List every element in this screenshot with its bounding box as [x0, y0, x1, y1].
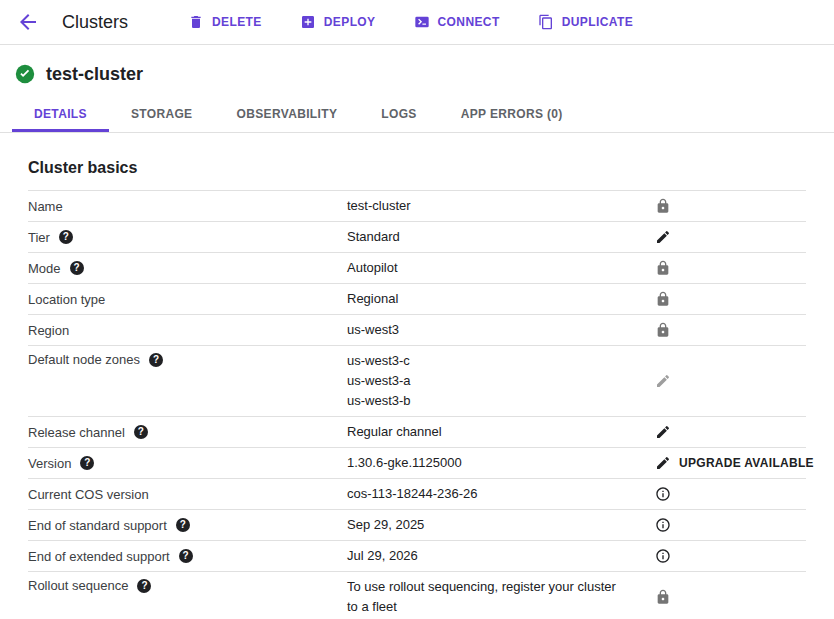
value-line: us-west3-b — [347, 391, 623, 411]
row-actions — [631, 229, 806, 245]
edit-pencil-icon[interactable] — [655, 373, 671, 389]
table-row: End of standard support?Sep 29, 2025 — [28, 510, 806, 541]
value-line: Regular channel — [347, 422, 623, 442]
tab-storage[interactable]: STORAGE — [109, 97, 215, 132]
row-value: us-west3-cus-west3-aus-west3-b — [347, 346, 631, 416]
deploy-button[interactable]: DEPLOY — [300, 14, 376, 30]
row-label: Release channel — [28, 425, 125, 440]
terminal-icon — [414, 14, 430, 30]
row-actions — [631, 424, 806, 440]
table-row: Current COS versioncos-113-18244-236-26 — [28, 479, 806, 510]
help-icon[interactable]: ? — [134, 425, 148, 439]
back-arrow-icon[interactable] — [16, 10, 40, 34]
value-line: Regional — [347, 289, 623, 309]
row-value: Regular channel — [347, 417, 631, 447]
row-label-cell: Name — [28, 195, 347, 218]
help-icon[interactable]: ? — [80, 456, 94, 470]
table-row: Mode?Autopilot — [28, 253, 806, 284]
delete-button-label: DELETE — [212, 15, 262, 29]
row-label: Version — [28, 456, 71, 471]
tab-details[interactable]: DETAILS — [12, 97, 109, 132]
duplicate-button-label: DUPLICATE — [562, 15, 633, 29]
lock-icon — [655, 291, 671, 307]
edit-pencil-icon[interactable] — [655, 455, 671, 471]
row-label-cell: End of standard support? — [28, 514, 347, 537]
row-actions — [631, 517, 806, 533]
upgrade-available-button[interactable]: UPGRADE AVAILABLE — [679, 456, 814, 470]
row-label: Current COS version — [28, 487, 149, 502]
help-icon[interactable]: ? — [137, 579, 151, 593]
table-row: Rollout sequence?To use rollout sequenci… — [28, 572, 806, 619]
row-label: End of extended support — [28, 549, 170, 564]
row-label: Tier — [28, 230, 50, 245]
row-value: Regional — [347, 284, 631, 314]
row-actions — [631, 260, 806, 276]
row-value: test-cluster — [347, 191, 631, 221]
row-value: Jul 29, 2026 — [347, 541, 631, 571]
value-line: us-west3-a — [347, 371, 623, 391]
row-value: Standard — [347, 222, 631, 252]
help-icon[interactable]: ? — [179, 549, 193, 563]
info-icon[interactable] — [655, 517, 671, 533]
section-title: Cluster basics — [28, 159, 806, 177]
row-value: us-west3 — [347, 315, 631, 345]
lock-icon — [655, 589, 671, 605]
table-row: Regionus-west3 — [28, 315, 806, 346]
row-label-cell: Region — [28, 319, 347, 342]
lock-icon — [655, 260, 671, 276]
row-label-cell: Mode? — [28, 257, 347, 280]
details-panel: Cluster basics Nametest-clusterTier?Stan… — [0, 159, 834, 619]
value-line: us-west3-c — [347, 351, 623, 371]
tab-logs[interactable]: LOGS — [359, 97, 438, 132]
help-icon[interactable]: ? — [176, 518, 190, 532]
value-line: Autopilot — [347, 258, 623, 278]
connect-button-label: CONNECT — [438, 15, 500, 29]
plus-square-icon — [300, 14, 316, 30]
copy-icon — [538, 14, 554, 30]
row-value: Sep 29, 2025 — [347, 510, 631, 540]
row-actions — [631, 198, 806, 214]
row-label: Rollout sequence — [28, 578, 128, 593]
row-label: Region — [28, 323, 69, 338]
tab-bar: DETAILS STORAGE OBSERVABILITY LOGS APP E… — [0, 93, 834, 133]
row-label-cell: Location type — [28, 288, 347, 311]
lock-icon — [655, 322, 671, 338]
value-line: To use rollout sequencing, register your… — [347, 577, 623, 617]
row-label: Name — [28, 199, 63, 214]
row-label: End of standard support — [28, 518, 167, 533]
row-actions — [631, 291, 806, 307]
info-icon[interactable] — [655, 548, 671, 564]
help-icon[interactable]: ? — [59, 230, 73, 244]
row-value: Autopilot — [347, 253, 631, 283]
cluster-name: test-cluster — [46, 64, 143, 85]
edit-pencil-icon[interactable] — [655, 424, 671, 440]
table-row: Release channel?Regular channel — [28, 417, 806, 448]
row-actions — [631, 322, 806, 338]
status-ok-check-circle-icon — [14, 63, 36, 85]
connect-button[interactable]: CONNECT — [414, 14, 500, 30]
table-row: Version?1.30.6-gke.1125000UPGRADE AVAILA… — [28, 448, 806, 479]
top-action-bar: Clusters DELETE DEPLOY CONNECT DUPLICATE — [0, 0, 834, 45]
row-actions: UPGRADE AVAILABLE — [631, 455, 814, 471]
row-label-cell: End of extended support? — [28, 545, 347, 568]
help-icon[interactable]: ? — [149, 353, 163, 367]
delete-button[interactable]: DELETE — [188, 14, 262, 30]
row-value: 1.30.6-gke.1125000 — [347, 448, 631, 478]
tab-app-errors[interactable]: APP ERRORS (0) — [439, 97, 585, 132]
row-label-cell: Tier? — [28, 226, 347, 249]
duplicate-button[interactable]: DUPLICATE — [538, 14, 633, 30]
value-line: cos-113-18244-236-26 — [347, 484, 623, 504]
edit-pencil-icon[interactable] — [655, 229, 671, 245]
row-label-cell: Current COS version — [28, 483, 347, 506]
help-icon[interactable]: ? — [70, 261, 84, 275]
table-row: Nametest-cluster — [28, 191, 806, 222]
toolbar-actions: DELETE DEPLOY CONNECT DUPLICATE — [188, 14, 633, 30]
row-value: cos-113-18244-236-26 — [347, 479, 631, 509]
table-row: End of extended support?Jul 29, 2026 — [28, 541, 806, 572]
deploy-button-label: DEPLOY — [324, 15, 376, 29]
row-actions — [631, 373, 806, 389]
trash-icon — [188, 14, 204, 30]
info-icon[interactable] — [655, 486, 671, 502]
tab-observability[interactable]: OBSERVABILITY — [214, 97, 359, 132]
value-line: Jul 29, 2026 — [347, 546, 623, 566]
